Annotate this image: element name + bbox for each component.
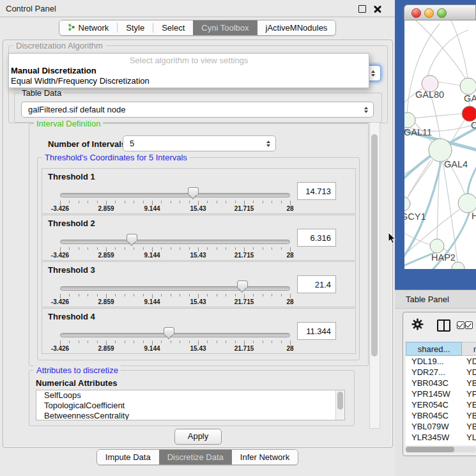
network-view-window: GAL80GACGAL11GAL4GCY1HHAP2	[395, 0, 476, 289]
tick-label: 15.43	[190, 205, 206, 212]
network-node-c[interactable]	[462, 106, 476, 121]
threshold-value-field[interactable]: 11.344	[297, 322, 336, 340]
network-icon	[68, 23, 75, 33]
slider-thumb[interactable]	[127, 234, 137, 242]
tab-cyni-toolbox[interactable]: Cyni Toolbox	[193, 20, 257, 35]
tab-select[interactable]: Select	[153, 20, 193, 35]
slider-track[interactable]	[60, 240, 290, 244]
node-label: GAL11	[404, 127, 432, 137]
gear-icon[interactable]	[411, 318, 424, 333]
table-row[interactable]: YDR27...YDR2	[406, 367, 476, 378]
tick-mark	[253, 294, 254, 296]
close-icon[interactable]	[374, 5, 381, 13]
network-node-gal4[interactable]	[429, 139, 452, 162]
threshold-value-field[interactable]: 21.4	[297, 275, 336, 293]
tick-mark	[189, 201, 190, 203]
checkbox-select-icon[interactable]	[457, 321, 464, 329]
table-row[interactable]: YBL079WYBL0	[406, 421, 476, 432]
network-canvas[interactable]: GAL80GACGAL11GAL4GCY1HHAP2	[404, 20, 476, 269]
slider-track[interactable]	[60, 333, 290, 337]
table-row[interactable]: YER054CYER0	[406, 399, 476, 410]
network-node-gcy1[interactable]	[404, 197, 410, 211]
cell-name: YBR0	[463, 378, 476, 388]
tick-mark	[125, 341, 125, 343]
table-row[interactable]: YBR045CYBR0	[406, 410, 476, 421]
slider-thumb[interactable]	[188, 187, 199, 195]
network-node-h[interactable]	[458, 194, 476, 213]
attribute-item[interactable]: SelfLoops	[36, 390, 344, 401]
threshold-value-field[interactable]: 6.316	[297, 229, 336, 247]
table-data-combobox[interactable]: galFiltered.sif default node	[21, 102, 374, 118]
cell-name: YER0	[463, 399, 476, 410]
tick-mark	[290, 247, 291, 252]
network-window-titlebar	[404, 4, 476, 20]
number-of-intervals-spinner[interactable]: 5	[123, 135, 276, 151]
tick-mark	[69, 341, 70, 343]
tick-label: -3.426	[51, 252, 69, 259]
tick-mark	[171, 247, 171, 250]
threshold-label: Threshold 4	[48, 312, 95, 321]
tab-infer-network[interactable]: Infer Network	[232, 450, 298, 464]
attributes-scrollbar[interactable]	[335, 390, 344, 420]
tick-mark	[69, 294, 70, 296]
tab-style[interactable]: Style	[118, 20, 153, 35]
checkbox-select-icon[interactable]	[465, 321, 473, 329]
tab-jactivemnodules[interactable]: jActiveMNodules	[257, 20, 336, 35]
column-visibility-icon[interactable]	[437, 319, 450, 332]
table-row[interactable]: YLR345WYLR3	[406, 432, 476, 443]
settings-scrollbar-thumb[interactable]	[371, 134, 378, 357]
threshold-value-field[interactable]: 14.713	[297, 182, 336, 200]
attribute-item[interactable]: TopologicalCoefficient	[36, 401, 344, 411]
dropdown-option-equal-width-frequency[interactable]: Equal Width/Frequency Discretization	[11, 76, 150, 86]
threshold-row: Threshold 3-3.4262.8599.14415.4321.71528…	[42, 261, 356, 307]
column-header-shared-name[interactable]: shared...	[406, 342, 462, 356]
tick-mark	[281, 341, 282, 343]
tick-mark	[97, 201, 98, 203]
network-node-hap2[interactable]	[430, 239, 444, 253]
table-row[interactable]: YDL19...YDL1	[406, 356, 476, 367]
attribute-item[interactable]: BetweennessCentrality	[36, 411, 344, 420]
tick-mark	[106, 341, 107, 345]
close-traffic-light-icon[interactable]	[411, 8, 421, 18]
tab-label: Select	[162, 23, 185, 33]
network-node-ga[interactable]	[460, 78, 476, 95]
cyni-bottom-tabs: Impute DataDiscretize DataInfer Network	[96, 449, 298, 465]
minimize-traffic-light-icon[interactable]	[424, 8, 434, 18]
attributes-scrollbar-thumb[interactable]	[337, 392, 343, 410]
numerical-attributes-list[interactable]: SelfLoopsTopologicalCoefficientBetweenne…	[36, 390, 345, 420]
slider-thumb[interactable]	[237, 280, 248, 288]
tick-mark	[180, 294, 180, 296]
tick-mark	[180, 201, 180, 203]
apply-button[interactable]: Apply	[174, 429, 222, 445]
network-node-gal11[interactable]	[404, 112, 415, 128]
tab-network[interactable]: Network	[59, 20, 118, 35]
dropdown-placeholder: Select algorithm to view settings	[9, 56, 369, 65]
tick-mark	[263, 341, 263, 343]
slider-track[interactable]	[60, 286, 290, 291]
tick-label: 21.715	[234, 252, 254, 259]
tab-discretize-data[interactable]: Discretize Data	[159, 450, 232, 464]
zoom-traffic-light-icon[interactable]	[437, 8, 447, 18]
settings-scrollbar[interactable]	[369, 122, 380, 429]
threshold-row: Threshold 1-3.4262.8599.14415.4321.71528…	[42, 168, 356, 214]
table-row[interactable]: YBR043CYBR0	[406, 378, 476, 388]
slider-track[interactable]	[60, 193, 290, 197]
column-header-name[interactable]: na	[462, 342, 476, 356]
tick-mark	[290, 341, 291, 345]
table-horizontal-scrollbar[interactable]	[406, 447, 476, 452]
tick-label: 15.43	[190, 298, 206, 305]
table-horizontal-scrollbar-thumb[interactable]	[406, 447, 454, 452]
control-panel: Control Panel NetworkStyleSelectCyni Too…	[0, 0, 395, 476]
table-row[interactable]: YPR145WYPR1	[406, 388, 476, 399]
dropdown-option-manual-discretization[interactable]: Manual Discretization	[11, 66, 96, 75]
slider-thumb[interactable]	[164, 327, 174, 335]
tick-mark	[161, 294, 162, 296]
network-node[interactable]	[452, 262, 464, 269]
threshold-row: Threshold 2-3.4262.8599.14415.4321.71528…	[42, 215, 356, 261]
table-row[interactable]: YIL052CYIL0	[406, 443, 476, 445]
tick-mark	[88, 201, 88, 203]
float-window-icon[interactable]	[358, 5, 366, 13]
tick-mark	[152, 247, 153, 252]
tick-mark	[79, 341, 79, 343]
tab-impute-data[interactable]: Impute Data	[97, 450, 159, 464]
